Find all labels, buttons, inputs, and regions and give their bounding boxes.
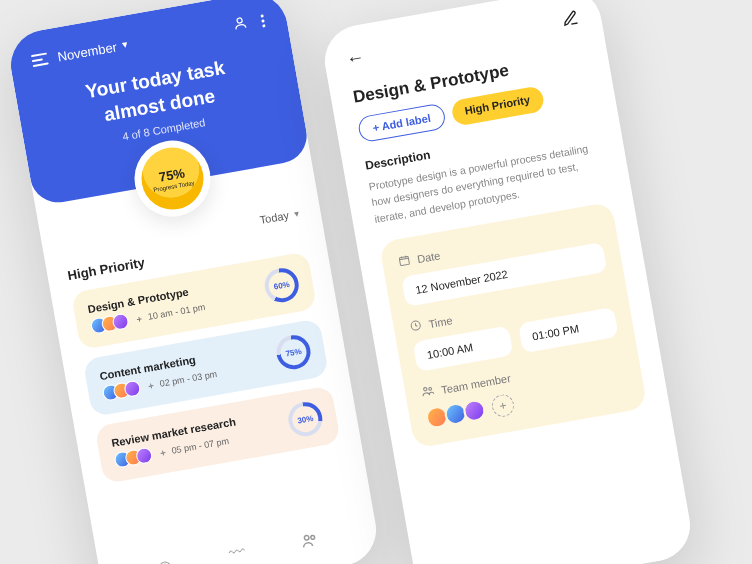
chevron-down-icon: ▼	[292, 209, 301, 219]
task-time: 02 pm - 03 pm	[159, 369, 218, 389]
back-icon[interactable]: ←	[345, 47, 366, 71]
priority-chip[interactable]: High Priority	[450, 85, 545, 127]
add-label-button[interactable]: + Add label	[357, 103, 447, 144]
detail-card: Date 12 November 2022 Time 10:00 AM 01:0…	[379, 202, 648, 449]
clock-icon	[409, 318, 423, 335]
avatar-stack	[102, 380, 142, 402]
month-selector[interactable]: November ▼	[56, 37, 130, 64]
edit-icon[interactable]	[560, 9, 580, 33]
task-time: 10 am - 01 pm	[147, 302, 206, 322]
svg-rect-3	[399, 256, 409, 265]
avatar-stack	[90, 313, 130, 335]
menu-icon[interactable]	[31, 52, 49, 67]
add-member-icon[interactable]: +	[147, 380, 155, 392]
progress-ring: 75%	[274, 333, 313, 372]
calendar-icon	[397, 253, 411, 270]
nav-stats-icon[interactable]: 〰	[227, 543, 247, 564]
svg-point-6	[429, 387, 432, 390]
add-member-icon[interactable]: +	[135, 313, 143, 325]
chevron-down-icon: ▼	[120, 39, 131, 50]
more-icon[interactable]	[260, 14, 265, 27]
month-label: November	[56, 39, 118, 64]
avatar-stack	[113, 447, 153, 469]
time-label: Time	[428, 314, 454, 330]
svg-point-2	[311, 535, 315, 539]
svg-point-0	[237, 18, 243, 24]
task-detail-screen: ← Design & Prototype + Add label High Pr…	[319, 0, 695, 564]
svg-point-1	[304, 535, 309, 540]
task-time: 05 pm - 07 pm	[171, 436, 230, 456]
user-icon[interactable]	[231, 14, 249, 34]
member-label: Team member	[440, 372, 511, 396]
team-icon	[420, 383, 436, 401]
progress-ring: 30%	[286, 400, 325, 439]
add-member-icon[interactable]: +	[159, 447, 167, 459]
nav-team-icon[interactable]	[299, 530, 321, 555]
task-overview-screen: November ▼ Your today task almost done 4…	[5, 0, 381, 564]
bottom-nav: ◉ 〰	[98, 512, 380, 564]
svg-point-5	[423, 387, 427, 391]
nav-home-icon[interactable]: ◉	[157, 556, 175, 564]
add-member-button[interactable]: +	[490, 393, 515, 418]
date-label: Date	[416, 250, 441, 266]
progress-ring: 60%	[262, 266, 301, 305]
